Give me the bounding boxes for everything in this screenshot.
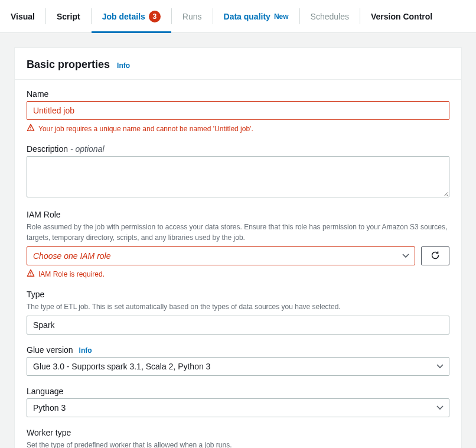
iam-role-error-text: IAM Role is required. xyxy=(38,270,105,278)
svg-point-1 xyxy=(30,129,31,131)
tab-bar: Visual Script Job details 3 Runs Data qu… xyxy=(0,0,476,33)
tab-job-details-badge: 3 xyxy=(149,11,161,22)
tab-visual-label: Visual xyxy=(11,12,35,21)
field-description: Description - optional xyxy=(27,144,449,199)
tab-schedules[interactable]: Schedules xyxy=(300,0,360,33)
tab-job-details-label: Job details xyxy=(102,12,145,21)
iam-role-help: Role assumed by the job with permission … xyxy=(27,222,449,243)
worker-type-label: Worker type xyxy=(27,428,449,437)
page-background: Basic properties Info Name Your job requ… xyxy=(0,33,476,448)
refresh-icon xyxy=(431,251,440,262)
field-type: Type The type of ETL job. This is set au… xyxy=(27,290,449,335)
language-value: Python 3 xyxy=(33,403,66,413)
name-error: Your job requires a unique name and cann… xyxy=(27,124,449,134)
field-iam-role: IAM Role Role assumed by the job with pe… xyxy=(27,210,449,279)
tab-data-quality-label: Data quality xyxy=(224,12,270,21)
panel-info-link[interactable]: Info xyxy=(117,61,130,70)
field-language: Language Python 3 xyxy=(27,387,449,417)
name-error-text: Your job requires a unique name and cann… xyxy=(38,125,253,133)
tab-version-control[interactable]: Version Control xyxy=(360,0,443,33)
tab-data-quality[interactable]: Data quality New xyxy=(213,0,299,33)
glue-version-select-wrap: Glue 3.0 - Supports spark 3.1, Scala 2, … xyxy=(27,357,449,376)
iam-role-label: IAM Role xyxy=(27,210,449,219)
field-name: Name Your job requires a unique name and… xyxy=(27,89,449,134)
glue-version-info-link[interactable]: Info xyxy=(79,346,92,355)
refresh-button[interactable] xyxy=(421,246,449,265)
tab-version-control-label: Version Control xyxy=(371,12,432,21)
name-input[interactable] xyxy=(27,101,449,120)
iam-role-select-wrap: Choose one IAM role xyxy=(27,246,415,265)
panel-title: Basic properties xyxy=(27,59,110,71)
warning-icon xyxy=(27,124,35,134)
panel-body: Name Your job requires a unique name and… xyxy=(15,80,461,448)
field-glue-version: Glue version Info Glue 3.0 - Supports sp… xyxy=(27,345,449,376)
warning-icon xyxy=(27,269,35,279)
language-select[interactable]: Python 3 xyxy=(27,398,449,417)
tab-runs[interactable]: Runs xyxy=(172,0,213,33)
iam-role-error: IAM Role is required. xyxy=(27,269,449,279)
glue-version-label: Glue version xyxy=(27,345,73,355)
glue-version-select[interactable]: Glue 3.0 - Supports spark 3.1, Scala 2, … xyxy=(27,357,449,376)
iam-role-select[interactable]: Choose one IAM role xyxy=(27,246,415,265)
tab-script-label: Script xyxy=(57,12,80,21)
description-textarea[interactable] xyxy=(27,156,449,197)
glue-version-value: Glue 3.0 - Supports spark 3.1, Scala 2, … xyxy=(33,362,210,371)
description-optional: - optional xyxy=(70,144,105,154)
tab-runs-label: Runs xyxy=(182,12,202,21)
tab-job-details[interactable]: Job details 3 xyxy=(92,0,171,33)
field-worker-type: Worker type Set the type of predefined w… xyxy=(27,428,449,448)
basic-properties-panel: Basic properties Info Name Your job requ… xyxy=(14,47,462,448)
new-badge: New xyxy=(274,12,289,21)
tab-schedules-label: Schedules xyxy=(311,12,349,21)
svg-point-3 xyxy=(30,275,31,276)
panel-header: Basic properties Info xyxy=(15,48,461,80)
tab-visual[interactable]: Visual xyxy=(0,0,45,33)
tab-script[interactable]: Script xyxy=(46,0,91,33)
description-label: Description - optional xyxy=(27,144,449,154)
worker-type-help: Set the type of predefined worker that i… xyxy=(27,440,449,448)
language-select-wrap: Python 3 xyxy=(27,398,449,417)
type-value: Spark xyxy=(27,316,449,335)
language-label: Language xyxy=(27,387,449,396)
type-help: The type of ETL job. This is set automat… xyxy=(27,301,449,312)
iam-role-placeholder: Choose one IAM role xyxy=(33,251,111,261)
name-label: Name xyxy=(27,89,449,99)
description-label-text: Description xyxy=(27,144,68,154)
type-label: Type xyxy=(27,290,449,299)
